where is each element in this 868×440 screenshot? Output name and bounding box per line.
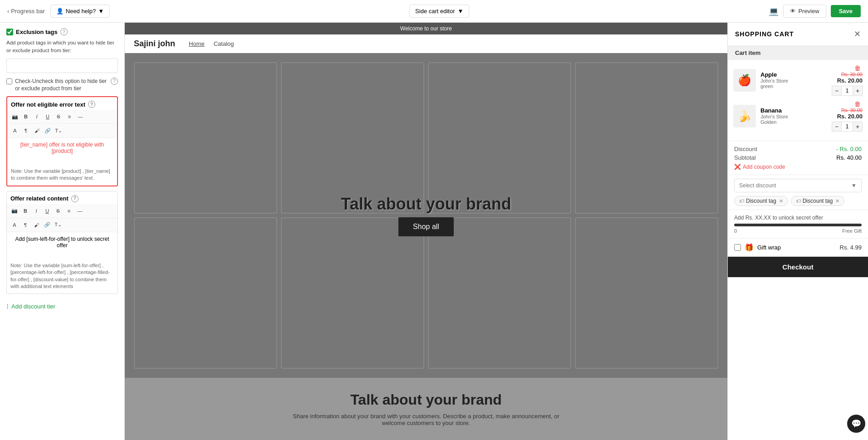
rte-para-btn[interactable]: ¶: [21, 126, 31, 136]
offer-related-content[interactable]: Add [sum-left-for-offer] to unlock secre…: [7, 232, 118, 259]
exclusion-tags-input[interactable]: [6, 59, 118, 73]
apple-qty-value: 1: [842, 86, 853, 96]
cart-item-apple-info: Apple John's Store green: [760, 71, 827, 89]
rte-hr-btn[interactable]: —: [75, 112, 85, 122]
cart-item-banana-store: John's Store: [760, 114, 827, 119]
offer-error-info-icon[interactable]: ?: [88, 101, 95, 108]
apple-qty-plus[interactable]: +: [853, 86, 863, 96]
banner-text: Welcome to our store: [400, 25, 452, 32]
preview-banner: Welcome to our store: [125, 23, 727, 34]
cart-item-banana-image: 🍌: [733, 105, 756, 127]
offer-related-info-icon[interactable]: ?: [71, 195, 78, 202]
rte-strike-btn[interactable]: S: [54, 112, 64, 122]
topbar-right: 💻 👁 Preview Save: [769, 5, 861, 18]
banana-qty-plus[interactable]: +: [853, 122, 863, 132]
discount-label: Discount: [734, 146, 757, 152]
topbar-left: ‹ Progress bar: [7, 8, 45, 15]
person-icon: 👤: [56, 8, 64, 15]
rte2-para-btn[interactable]: ¶: [20, 220, 30, 230]
tag1-close[interactable]: ✕: [779, 198, 783, 204]
store-header: Sajini john Home Catalog: [125, 34, 727, 53]
exclusion-tags-label[interactable]: Exclusion tags: [6, 29, 58, 35]
apple-original-price: Rs. 30.00: [837, 72, 863, 77]
cart-item-apple-image: 🍎: [733, 69, 756, 92]
discount-tag-2: 🏷 Discount tag ✕: [791, 196, 845, 206]
cart-section-label: Cart item: [728, 46, 868, 60]
progress-min-label: 0: [734, 228, 737, 234]
exclusion-tags-info-icon[interactable]: ?: [60, 28, 68, 35]
topbar: ‹ Progress bar 👤 Need help? ▼ Side cart …: [0, 0, 868, 23]
right-panel: SHOPPING CART ✕ Cart item 🍎 Apple John's…: [727, 23, 868, 440]
rte-font-color-btn[interactable]: A: [10, 126, 20, 136]
bottom-title: Talk about your brand: [134, 391, 718, 408]
cart-item-apple-store: John's Store: [760, 78, 827, 83]
rte2-bold-btn[interactable]: B: [20, 206, 30, 216]
rte2-img-btn[interactable]: 📷: [10, 206, 20, 216]
rte-bold-btn[interactable]: B: [21, 112, 31, 122]
add-coupon-button[interactable]: ❌ Add coupon code: [734, 164, 862, 170]
gift-wrap-checkbox[interactable]: [734, 244, 741, 251]
offer-error-content[interactable]: [tier_name] offer is not eligible with […: [7, 138, 117, 165]
save-button[interactable]: Save: [831, 5, 861, 17]
store-nav: Home Catalog: [189, 40, 234, 47]
rte-text-btn[interactable]: T⌄: [54, 126, 64, 136]
hero-item-extra: [575, 62, 718, 214]
offer-related-label: Offer related content ?: [7, 191, 118, 204]
shop-all-button[interactable]: Shop all: [398, 217, 454, 236]
cart-close-button[interactable]: ✕: [854, 29, 861, 39]
back-button[interactable]: ‹ Progress bar: [7, 8, 45, 15]
monitor-icon[interactable]: 💻: [769, 6, 779, 16]
offer-error-text: [tier_name] offer is not eligible with […: [11, 142, 113, 154]
rte-link-btn[interactable]: 🔗: [43, 126, 53, 136]
need-help-button[interactable]: 👤 Need help? ▼: [50, 5, 110, 18]
nav-home[interactable]: Home: [189, 40, 205, 47]
gift-icon: 🎁: [745, 243, 754, 252]
check-option-checkbox[interactable]: [6, 78, 12, 84]
rte2-font-color-btn[interactable]: A: [10, 220, 20, 230]
offer-error-rte: Offer not eligible error text ? 📷 B I U …: [6, 96, 118, 186]
banana-qty-controls: − 1 +: [832, 122, 863, 132]
check-option-info-icon[interactable]: ?: [111, 78, 118, 85]
editor-dropdown[interactable]: Side cart editor ▼: [409, 5, 469, 18]
rte2-text-btn[interactable]: T⌄: [53, 220, 63, 230]
eye-icon: 👁: [790, 8, 796, 15]
cart-items: 🍎 Apple John's Store green 🗑 Rs. 30.00 R…: [728, 60, 868, 141]
delete-apple-icon[interactable]: 🗑: [854, 64, 861, 72]
rte2-strike-btn[interactable]: S: [53, 206, 63, 216]
exclusion-tags-checkbox[interactable]: [6, 29, 13, 35]
subtotal-label: Subtotal: [734, 154, 756, 161]
rte2-hr-btn[interactable]: —: [75, 206, 85, 216]
hero-item-box: [281, 217, 424, 369]
apple-qty-minus[interactable]: −: [832, 86, 842, 96]
select-discount-dropdown[interactable]: Select discount ▼: [734, 179, 862, 192]
delete-banana-icon[interactable]: 🗑: [854, 100, 861, 108]
checkout-button[interactable]: Checkout: [728, 257, 868, 277]
cart-item-banana-info: Banana John's Store Golden: [760, 107, 827, 125]
rte2-align-btn[interactable]: ≡: [64, 206, 74, 216]
rte-ink-btn[interactable]: 🖌: [32, 126, 42, 136]
chat-bubble[interactable]: 💬: [847, 415, 865, 433]
banana-qty-minus[interactable]: −: [832, 122, 842, 132]
add-coupon-label: Add coupon code: [743, 164, 785, 170]
rte2-ink-btn[interactable]: 🖌: [31, 220, 41, 230]
offer-related-note: Note: Use the variable [sum-left-for-off…: [7, 259, 118, 294]
select-discount-placeholder: Select discount: [739, 182, 776, 189]
rte2-underline-btn[interactable]: U: [42, 206, 52, 216]
chevron-left-icon: ‹: [7, 8, 9, 15]
preview-hero: Talk about your brand Shop all: [125, 53, 727, 378]
offer-related-text: Add [sum-left-for-offer] to unlock secre…: [10, 236, 114, 249]
discount-select-area: Select discount ▼ 🏷 Discount tag ✕ 🏷 Dis…: [728, 175, 868, 210]
rte-align-btn[interactable]: ≡: [64, 112, 74, 122]
rte-img-btn[interactable]: 📷: [10, 112, 20, 122]
topbar-center: Side cart editor ▼: [115, 5, 763, 18]
store-name: Sajini john: [134, 39, 175, 49]
nav-catalog[interactable]: Catalog: [214, 40, 234, 47]
progress-labels: 0 Free Gift: [734, 228, 862, 234]
tag2-close[interactable]: ✕: [835, 198, 839, 204]
rte-underline-btn[interactable]: U: [43, 112, 53, 122]
rte-italic-btn[interactable]: I: [32, 112, 42, 122]
add-tier-button[interactable]: ⁝ Add discount tier: [6, 298, 55, 314]
rte2-italic-btn[interactable]: I: [31, 206, 41, 216]
preview-button[interactable]: 👁 Preview: [783, 5, 826, 18]
rte2-link-btn[interactable]: 🔗: [42, 220, 52, 230]
